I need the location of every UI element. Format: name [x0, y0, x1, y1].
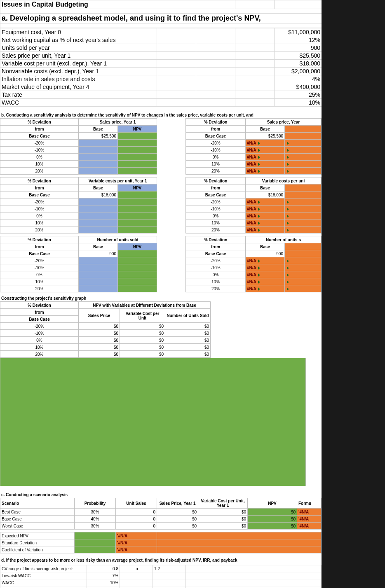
input-label: Nonvariable costs (excl. depr.), Year 1 [0, 68, 157, 75]
deviation-value: 10% [0, 161, 79, 168]
deviation-value: 0% [0, 212, 79, 219]
input-value[interactable]: 900 [275, 44, 322, 52]
deviation-value: -20% [0, 140, 79, 147]
error-cell[interactable]: #N/A [246, 154, 285, 161]
input-label: Sales price per unit, Year 1 [0, 52, 157, 60]
scenario-name: Base Case [0, 516, 75, 523]
error-cell[interactable]: #N/A [246, 278, 285, 285]
stat-label: Expected NPV [0, 532, 75, 539]
error-cell[interactable]: #N/A [246, 285, 285, 292]
error-cell[interactable]: #N/A [246, 271, 285, 278]
stat-value[interactable]: '#N/A [116, 546, 157, 553]
stat-value[interactable]: '#N/A [116, 539, 157, 546]
scenario-name: Worst Case [0, 523, 75, 530]
sensitivity-chart [0, 358, 306, 486]
deviation-value: -20% [0, 257, 79, 264]
error-cell[interactable]: #N/A [246, 161, 285, 168]
error-cell[interactable]: #N/A [246, 198, 285, 205]
main-title: Issues in Capital Budgeting [0, 0, 235, 9]
deviation-value: 20% [0, 226, 79, 233]
input-label: Net working capital as % of next year's … [0, 36, 157, 44]
error-cell[interactable]: #N/A [246, 168, 285, 175]
error-cell[interactable]: #N/A [246, 226, 285, 233]
section-b-title: b. Conducting a sensitivity analysis to … [0, 112, 322, 118]
input-value[interactable]: 25% [275, 91, 322, 99]
deviation-value: -10% [0, 205, 79, 212]
input-label: Equipment cost, Year 0 [0, 28, 157, 36]
deviation-value: 0% [0, 154, 79, 161]
deviation-value: 10% [0, 219, 79, 226]
deviation-value: -10% [0, 264, 79, 271]
deviation-value: 20% [0, 285, 79, 292]
input-value[interactable]: $2,000,000 [275, 68, 322, 75]
error-cell[interactable]: #N/A [246, 264, 285, 271]
risk-label: High-risk WACC [0, 586, 87, 588]
stat-label: Standard Deviation [0, 539, 75, 546]
input-value[interactable]: $18,000 [275, 60, 322, 68]
deviation-value: 10% [0, 278, 79, 285]
deviation-value: -10% [0, 147, 79, 154]
input-label: Units sold per year [0, 44, 157, 52]
risk-label: CV range of firm's average-risk project: [0, 565, 87, 572]
input-label: WACC [0, 99, 157, 107]
input-label: Market value of equipment, Year 4 [0, 83, 157, 91]
stat-label: Coefficient of Variation [0, 546, 75, 553]
risk-label: Low-risk WACC [0, 572, 87, 579]
deviation-value: -20% [0, 198, 79, 205]
error-cell[interactable]: #N/A [246, 147, 285, 154]
section-d-title: d. If the project appears to be more or … [0, 557, 322, 563]
input-value[interactable]: 10% [275, 99, 322, 107]
error-cell[interactable]: #N/A [246, 205, 285, 212]
error-cell[interactable]: #N/A [246, 219, 285, 226]
deviation-value: 20% [0, 168, 79, 175]
input-value[interactable]: $25,500 [275, 52, 322, 60]
input-value[interactable]: $11,000,000 [275, 28, 322, 36]
input-label: Tax rate [0, 91, 157, 99]
section-c-title: c. Conducting a scenario analysis [0, 491, 322, 498]
graph-title: Constructing the project's sensitivity g… [0, 295, 322, 301]
graph-header: NPV with Variables at Different Deviatio… [79, 302, 211, 309]
deviation-value: 0% [0, 271, 79, 278]
input-value[interactable]: 12% [275, 36, 322, 44]
input-label: Variable cost per unit (excl. depr.), Ye… [0, 60, 157, 68]
scenario-name: Best Case [0, 509, 75, 516]
error-cell[interactable]: #N/A [246, 140, 285, 147]
error-cell[interactable]: #N/A [246, 257, 285, 264]
risk-label: WACC [0, 579, 87, 586]
stat-value[interactable]: '#N/A [116, 532, 157, 539]
section-a-title: a. Developing a spreadsheet model, and u… [0, 14, 322, 23]
input-value[interactable]: 4% [275, 75, 322, 83]
error-cell[interactable]: #N/A [246, 212, 285, 219]
input-value[interactable]: $400,000 [275, 83, 322, 91]
input-label: Inflation rate in sales price and costs [0, 75, 157, 83]
